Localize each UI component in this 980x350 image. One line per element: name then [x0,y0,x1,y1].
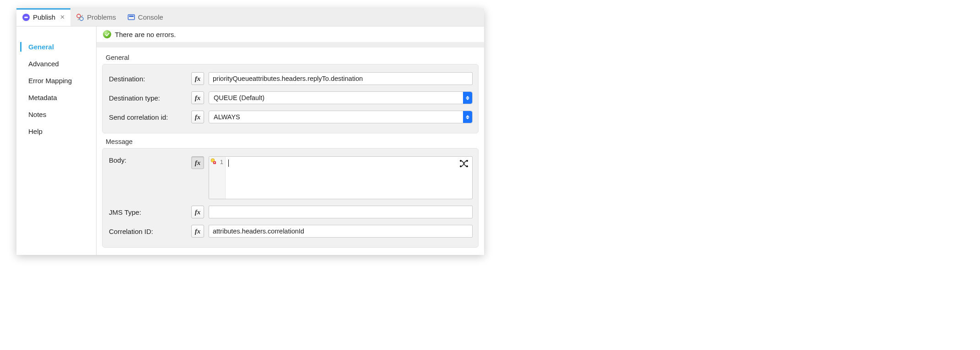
tab-problems-label: Problems [87,13,116,21]
tab-publish-label: Publish [33,13,55,21]
select-stepper-icon [463,111,472,123]
destination-input[interactable] [209,72,473,85]
fx-button-body[interactable]: fx [191,156,204,169]
fx-button-correlation-id[interactable]: fx [191,225,204,238]
body-editor[interactable]: 1 [209,156,473,199]
row-destination-type: Destination type: fx QUEUE (Default) [109,88,473,107]
destination-type-value: QUEUE (Default) [214,94,264,101]
fx-button-destination[interactable]: fx [191,72,204,85]
main-panel: There are no errors. General Destination… [97,27,484,255]
status-message: There are no errors. [115,31,176,38]
editor-code-area[interactable] [226,157,472,199]
section-title-message: Message [102,133,479,148]
fx-button-send-correlation[interactable]: fx [191,111,204,123]
problems-icon [76,13,84,21]
status-bar: There are no errors. [97,27,484,42]
row-send-correlation: Send correlation id: fx ALWAYS [109,107,473,127]
console-icon [127,13,135,21]
tab-bar: Publish ✕ Problems Console [16,8,484,27]
tab-console-label: Console [138,13,163,21]
sidebar-item-label: Notes [28,111,46,118]
tab-console[interactable]: Console [122,8,169,26]
sidebar-item-label: Error Mapping [28,77,72,85]
select-stepper-icon [463,92,472,104]
section-message: Body: fx [102,148,479,248]
sidebar-item-label: Advanced [28,60,59,68]
sidebar-item-label: General [28,43,54,51]
separator [97,42,484,48]
line-number: 1 [220,159,223,165]
label-send-correlation: Send correlation id: [109,113,187,121]
row-body: Body: fx [109,153,473,202]
sidebar-item-error-mapping[interactable]: Error Mapping [16,72,96,89]
svg-rect-6 [129,16,134,17]
sidebar-item-label: Help [28,127,43,135]
row-jms-type: JMS Type: fx [109,202,473,222]
sidebar-item-notes[interactable]: Notes [16,106,96,123]
sidebar-item-general[interactable]: General [16,38,96,55]
sidebar-item-advanced[interactable]: Advanced [16,55,96,72]
tab-problems[interactable]: Problems [70,8,121,26]
send-correlation-value: ALWAYS [214,113,240,121]
destination-type-select[interactable]: QUEUE (Default) [209,91,473,104]
svg-rect-5 [128,15,135,20]
correlation-id-input[interactable] [209,225,473,238]
mapping-icon[interactable] [459,159,468,168]
send-correlation-select[interactable]: ALWAYS [209,111,473,123]
sidebar-item-metadata[interactable]: Metadata [16,89,96,106]
section-title-general: General [102,49,479,64]
publish-icon [22,13,30,21]
sidebar-item-label: Metadata [28,94,57,101]
close-icon[interactable]: ✕ [60,14,65,21]
label-destination: Destination: [109,75,187,83]
sidebar: General Advanced Error Mapping Metadata … [16,27,97,255]
row-destination: Destination: fx [109,69,473,88]
row-correlation-id: Correlation ID: fx [109,222,473,241]
fx-button-destination-type[interactable]: fx [191,91,204,104]
editor-gutter: 1 [209,157,226,199]
text-cursor [228,159,229,167]
form-scroll[interactable]: General Destination: fx Destination type… [97,48,484,255]
fx-button-jms-type[interactable]: fx [191,206,204,218]
label-destination-type: Destination type: [109,94,187,102]
svg-rect-1 [24,16,28,18]
jms-type-input[interactable] [209,206,473,218]
label-body: Body: [109,156,187,164]
editor-window: Publish ✕ Problems Console General Advan… [16,8,484,255]
status-ok-icon [103,30,111,38]
label-jms-type: JMS Type: [109,208,187,216]
lightbulb-error-icon[interactable] [210,158,216,164]
section-general: Destination: fx Destination type: fx QUE… [102,64,479,133]
label-correlation-id: Correlation ID: [109,228,187,235]
sidebar-item-help[interactable]: Help [16,123,96,140]
tab-publish[interactable]: Publish ✕ [16,8,70,26]
